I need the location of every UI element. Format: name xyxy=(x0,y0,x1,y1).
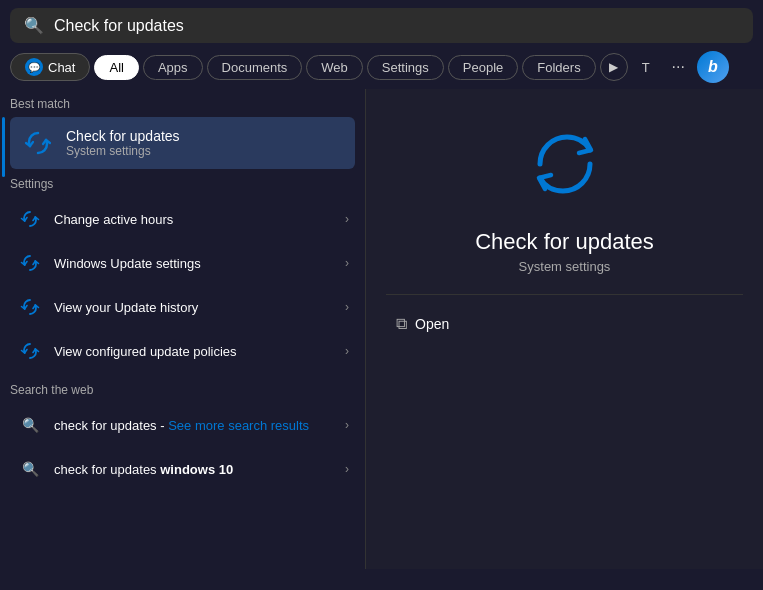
tab-apps[interactable]: Apps xyxy=(143,55,203,80)
settings-item-label-1: Change active hours xyxy=(54,212,335,227)
settings-item-change-active-hours[interactable]: Change active hours › xyxy=(10,197,355,241)
settings-item-windows-update-settings[interactable]: Windows Update settings › xyxy=(10,241,355,285)
detail-sync-icon xyxy=(520,119,610,213)
web-item-arrow-1: › xyxy=(345,418,349,432)
right-panel: Check for updates System settings ⧉ Open xyxy=(365,89,763,569)
detail-title: Check for updates xyxy=(475,229,654,255)
sync-icon-4 xyxy=(16,337,44,365)
best-match-icon xyxy=(22,127,54,159)
sync-icon-1 xyxy=(16,205,44,233)
tab-play-button[interactable]: ▶ xyxy=(600,53,628,81)
web-search-icon-1: 🔍 xyxy=(16,411,44,439)
web-item-query-2b: windows 10 xyxy=(160,462,233,477)
tab-web-label: Web xyxy=(321,60,348,75)
search-icon: 🔍 xyxy=(24,16,44,35)
settings-item-arrow-3: › xyxy=(345,300,349,314)
web-search-icon-2: 🔍 xyxy=(16,455,44,483)
tab-all-label: All xyxy=(109,60,123,75)
web-item-suffix-1: - See more search results xyxy=(157,418,309,433)
tab-documents-label: Documents xyxy=(222,60,288,75)
tab-folders[interactable]: Folders xyxy=(522,55,595,80)
best-match-title: Check for updates xyxy=(66,128,343,144)
best-match-section-title: Best match xyxy=(10,97,355,111)
tab-people[interactable]: People xyxy=(448,55,518,80)
left-panel: Best match Check for updates System sett… xyxy=(0,89,365,569)
sync-icon-2 xyxy=(16,249,44,277)
best-match-text: Check for updates System settings xyxy=(66,128,343,158)
settings-item-view-update-history[interactable]: View your Update history › xyxy=(10,285,355,329)
bing-letter: b xyxy=(708,58,718,76)
tab-folders-label: Folders xyxy=(537,60,580,75)
open-external-icon: ⧉ xyxy=(396,315,407,333)
main-content: Best match Check for updates System sett… xyxy=(0,89,763,569)
tab-all[interactable]: All xyxy=(94,55,138,80)
settings-section: Settings Change active hours › xyxy=(10,177,355,373)
search-bar: 🔍 xyxy=(10,8,753,43)
search-web-section-title: Search the web xyxy=(10,383,355,397)
selection-accent xyxy=(2,117,5,177)
settings-item-arrow-1: › xyxy=(345,212,349,226)
web-item-check-for-updates-win10[interactable]: 🔍 check for updates windows 10 › xyxy=(10,447,355,491)
tab-chat-label: Chat xyxy=(48,60,75,75)
open-button[interactable]: ⧉ Open xyxy=(386,309,459,339)
web-item-query-2a: check for updates xyxy=(54,462,160,477)
tab-apps-label: Apps xyxy=(158,60,188,75)
best-match-item[interactable]: Check for updates System settings xyxy=(10,117,355,169)
settings-item-label-2: Windows Update settings xyxy=(54,256,335,271)
settings-section-title: Settings xyxy=(10,177,355,191)
tab-web[interactable]: Web xyxy=(306,55,363,80)
web-item-check-for-updates[interactable]: 🔍 check for updates - See more search re… xyxy=(10,403,355,447)
tab-chat[interactable]: 💬 Chat xyxy=(10,53,90,81)
settings-item-label-4: View configured update policies xyxy=(54,344,335,359)
settings-item-label-3: View your Update history xyxy=(54,300,335,315)
tabs-row: 💬 Chat All Apps Documents Web Settings P… xyxy=(0,51,763,83)
settings-item-arrow-2: › xyxy=(345,256,349,270)
settings-item-arrow-4: › xyxy=(345,344,349,358)
web-item-arrow-2: › xyxy=(345,462,349,476)
best-match-subtitle: System settings xyxy=(66,144,343,158)
web-item-query-1: check for updates xyxy=(54,418,157,433)
settings-item-view-configured-policies[interactable]: View configured update policies › xyxy=(10,329,355,373)
open-label: Open xyxy=(415,316,449,332)
bing-icon[interactable]: b xyxy=(697,51,729,83)
detail-divider xyxy=(386,294,743,295)
tab-more-button[interactable]: ··· xyxy=(664,54,693,80)
tab-people-label: People xyxy=(463,60,503,75)
tab-documents[interactable]: Documents xyxy=(207,55,303,80)
detail-subtitle: System settings xyxy=(519,259,611,274)
sync-icon-3 xyxy=(16,293,44,321)
tab-settings-label: Settings xyxy=(382,60,429,75)
web-item-text-1: check for updates - See more search resu… xyxy=(54,418,335,433)
search-input[interactable] xyxy=(54,17,739,35)
tab-settings[interactable]: Settings xyxy=(367,55,444,80)
chat-icon: 💬 xyxy=(25,58,43,76)
tab-letter-t: T xyxy=(632,56,660,79)
search-web-section: Search the web 🔍 check for updates - See… xyxy=(10,383,355,491)
web-item-text-2: check for updates windows 10 xyxy=(54,462,335,477)
